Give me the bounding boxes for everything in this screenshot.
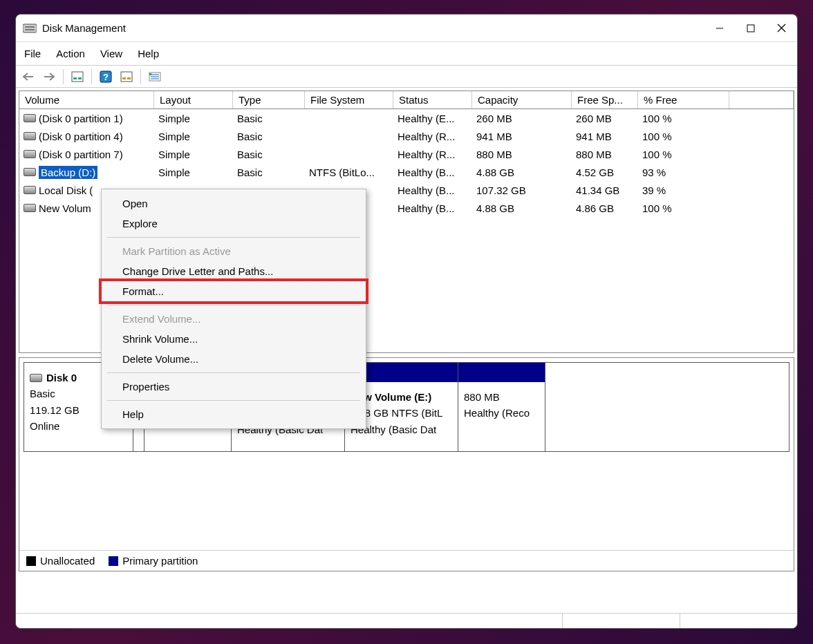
svg-rect-19 [149,73,151,75]
disk-icon [30,374,42,382]
svg-rect-2 [25,29,35,30]
svg-text:?: ? [103,72,109,82]
menu-help[interactable]: Help [138,48,159,59]
statusbar [16,613,797,628]
forward-button[interactable] [41,68,57,85]
list-icon[interactable] [147,68,163,85]
menu-view[interactable]: View [100,48,122,59]
legend-unallocated: Unallocated [40,555,95,567]
ctx-help[interactable]: Help [102,404,366,424]
volume-row[interactable]: Backup (D:)SimpleBasicNTFS (BitLo...Heal… [19,163,794,181]
volume-name: New Volum [39,202,91,214]
col-layout[interactable]: Layout [154,91,233,108]
disk-management-icon [23,23,37,34]
drive-icon [24,204,36,212]
close-button[interactable] [766,15,797,42]
menubar: File Action View Help [16,42,797,66]
ctx-shrink-volume[interactable]: Shrink Volume... [102,329,366,349]
svg-rect-9 [78,77,82,79]
legend-unallocated-swatch [26,556,36,566]
partition[interactable]: 880 MBHealthy (Reco [458,363,545,451]
ctx-open[interactable]: Open [102,193,366,214]
window-title: Disk Management [42,22,126,34]
menu-action[interactable]: Action [56,48,85,59]
context-menu: OpenExploreMark Partition as ActiveChang… [101,189,366,429]
drive-icon [24,186,36,194]
volume-row[interactable]: (Disk 0 partition 1)SimpleBasicHealthy (… [19,109,794,127]
legend-primary-swatch [109,556,118,566]
svg-rect-13 [122,77,126,79]
drive-icon [24,168,36,176]
svg-rect-12 [121,72,132,82]
legend: Unallocated Primary partition [19,550,794,571]
col-filesystem[interactable]: File System [305,91,393,108]
volume-name: (Disk 0 partition 4) [39,131,123,142]
ctx-format[interactable]: Format... [102,281,366,301]
col-volume[interactable]: Volume [19,91,154,108]
ctx-delete-volume[interactable]: Delete Volume... [102,349,366,369]
svg-rect-7 [72,72,83,82]
drive-icon [24,132,36,140]
maximize-button[interactable] [735,15,766,42]
volume-columns: Volume Layout Type File System Status Ca… [19,91,794,109]
ctx-properties[interactable]: Properties [102,377,366,397]
svg-rect-4 [747,25,754,32]
col-capacity[interactable]: Capacity [472,91,572,108]
svg-rect-0 [23,24,37,32]
properties-icon[interactable] [69,68,86,85]
disk-name: Disk 0 [46,370,77,386]
refresh-icon[interactable] [118,68,135,85]
back-button[interactable] [20,68,37,85]
help-icon[interactable]: ? [97,68,114,85]
ctx-explore[interactable]: Explore [102,214,366,234]
drive-icon [24,114,36,122]
svg-rect-8 [73,77,77,79]
minimize-button[interactable] [704,15,735,42]
col-pctfree[interactable]: % Free [638,91,729,108]
volume-name: Local Disk ( [39,184,93,196]
drive-icon [24,150,36,158]
volume-row[interactable]: (Disk 0 partition 4)SimpleBasicHealthy (… [19,127,794,145]
col-free[interactable]: Free Sp... [572,91,638,108]
volume-name: Backup (D:) [39,166,97,179]
svg-rect-1 [25,26,35,28]
ctx-extend-volume: Extend Volume... [102,309,366,329]
toolbar: ? [16,66,797,88]
col-status[interactable]: Status [393,91,472,108]
volume-name: (Disk 0 partition 1) [39,113,123,124]
titlebar: Disk Management [16,15,797,42]
volume-name: (Disk 0 partition 7) [39,149,123,160]
col-type[interactable]: Type [233,91,305,108]
svg-rect-14 [127,77,131,79]
volume-row[interactable]: (Disk 0 partition 7)SimpleBasicHealthy (… [19,145,794,163]
ctx-change-drive-letter-and-paths[interactable]: Change Drive Letter and Paths... [102,261,366,281]
legend-primary: Primary partition [122,555,198,567]
ctx-mark-partition-as-active: Mark Partition as Active [102,241,366,261]
menu-file[interactable]: File [24,48,41,59]
